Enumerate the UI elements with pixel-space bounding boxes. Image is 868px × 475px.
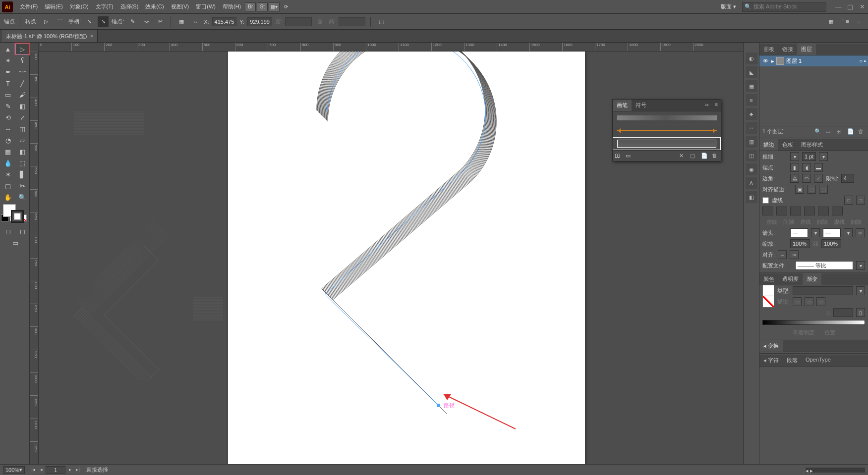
artboard-tool[interactable]: ▢ xyxy=(1,180,15,191)
isolate-icon[interactable]: ⬚ xyxy=(376,16,387,27)
artboard-first[interactable]: |◂ xyxy=(30,466,37,473)
slice-tool[interactable]: ✂ xyxy=(15,180,29,191)
scrollbar-h[interactable]: ◂ ▸ xyxy=(806,468,865,473)
strip-gradient-icon[interactable]: ▥ xyxy=(746,136,757,148)
tab-symbol[interactable]: 符号 xyxy=(632,100,650,111)
artboard-next[interactable]: ▸ xyxy=(66,466,73,473)
width-tool[interactable]: ↔ xyxy=(1,123,15,134)
brush-remove-icon[interactable]: ✕ xyxy=(679,153,686,159)
eyedropper-tool[interactable]: 💧 xyxy=(1,158,15,168)
zoom-field[interactable]: 100% ▾ xyxy=(3,466,25,474)
ruler-origin[interactable] xyxy=(30,43,39,52)
new-layer-icon[interactable]: 📄 xyxy=(847,128,854,135)
eraser-tool[interactable]: ◧ xyxy=(15,101,29,111)
artboard-prev[interactable]: ◂ xyxy=(38,466,45,473)
strip-brushes-icon[interactable]: ≡ xyxy=(746,94,757,106)
tab-layers[interactable]: 图层 xyxy=(797,44,816,55)
strip-appearance-icon[interactable]: ◉ xyxy=(746,163,757,175)
type-tool[interactable]: T xyxy=(1,78,15,89)
strip-graphic-styles-icon[interactable]: A xyxy=(746,177,757,189)
weight-dropdown[interactable]: ▾ xyxy=(819,152,828,161)
tab-brush[interactable]: 画笔 xyxy=(613,100,632,111)
ref-point-icon[interactable]: ▦ xyxy=(176,16,187,27)
arrow-start-dd[interactable]: ▾ xyxy=(811,228,820,237)
ruler-vertical[interactable]: 3003504004505005506006507007508008509009… xyxy=(30,52,39,464)
menu-type[interactable]: 文字(T) xyxy=(93,1,116,12)
corner-miter[interactable]: ⧋ xyxy=(790,174,799,183)
gradient-slider[interactable] xyxy=(762,320,865,325)
brush-lib2-icon[interactable]: ▭ xyxy=(626,153,633,159)
convert-corner-icon[interactable]: ▷ xyxy=(41,16,52,27)
layer-target-icon[interactable]: ○ ▪ xyxy=(859,58,866,64)
cap-projecting[interactable]: ▬ xyxy=(814,163,823,172)
layer-expand-icon[interactable]: ▸ xyxy=(771,58,774,64)
strip-transparency-icon[interactable]: ◫ xyxy=(746,150,757,161)
dashed-checkbox[interactable] xyxy=(762,197,769,204)
cap-butt[interactable]: ▮ xyxy=(790,163,799,172)
perspective-tool[interactable]: ▱ xyxy=(15,135,29,146)
brush-delete-icon[interactable]: 🗑 xyxy=(712,153,719,159)
draw-mode-normal[interactable]: ◻ xyxy=(1,226,15,237)
locate-layer-icon[interactable]: 🔍 xyxy=(814,128,821,135)
arrow-start[interactable]: — xyxy=(790,228,808,237)
brush-new-icon[interactable]: 📄 xyxy=(701,153,708,159)
window-maximize[interactable]: ▢ xyxy=(846,3,854,11)
stock-icon[interactable]: St xyxy=(257,2,268,11)
screen-mode[interactable]: ▭ xyxy=(1,237,29,248)
rectangle-tool[interactable]: ▭ xyxy=(1,89,15,100)
artboard-last[interactable]: ▸| xyxy=(74,466,81,473)
corner-round[interactable]: ◠ xyxy=(802,174,811,183)
strip-layers-icon[interactable]: ◧ xyxy=(746,191,757,203)
layer-name[interactable]: 图层 1 xyxy=(786,57,802,65)
doc-setup-icon[interactable]: ▦ xyxy=(825,16,836,27)
arrow-end[interactable]: — xyxy=(823,228,841,237)
menu-window[interactable]: 窗口(W) xyxy=(193,1,219,12)
menu-effect[interactable]: 效果(C) xyxy=(142,1,167,12)
align-stroke-center[interactable]: ▣ xyxy=(795,185,804,194)
menu-help[interactable]: 帮助(H) xyxy=(220,1,244,12)
panel-collapse-icon[interactable]: ›› xyxy=(702,100,711,111)
remove-anchor-icon[interactable]: ✎ xyxy=(127,16,138,27)
workspace-switcher[interactable]: 版面 ▾ xyxy=(718,1,739,12)
menu-view[interactable]: 视图(V) xyxy=(168,1,192,12)
new-sublayer-icon[interactable]: ⊞ xyxy=(836,128,843,135)
direct-selection-tool[interactable]: ▷ xyxy=(15,44,29,54)
menu-file[interactable]: 文件(F) xyxy=(17,1,41,12)
search-stock-input[interactable]: 🔍 搜索 Adobe Stock xyxy=(742,2,826,12)
window-minimize[interactable]: — xyxy=(834,3,842,11)
tab-links[interactable]: 链接 xyxy=(778,44,797,55)
connect-anchor-icon[interactable]: ⫘ xyxy=(141,16,152,27)
document-tab[interactable]: 未标题-1.ai* @ 100% (RGB/预览) × xyxy=(2,30,98,42)
tab-stroke[interactable]: 描边 xyxy=(759,139,778,151)
visibility-toggle-icon[interactable]: 👁 xyxy=(761,58,769,64)
selection-tool[interactable]: ▲ xyxy=(1,44,15,54)
bridge-icon[interactable]: Br xyxy=(245,2,256,11)
scale-tool[interactable]: ⤢ xyxy=(15,112,29,123)
pen-tool[interactable]: ✒ xyxy=(1,66,15,77)
artboard-num-field[interactable]: 1 xyxy=(46,466,65,474)
x-field[interactable]: 415.475 xyxy=(212,17,237,26)
delete-layer-icon[interactable]: 🗑 xyxy=(858,128,865,135)
tab-opentype[interactable]: OpenType xyxy=(802,355,835,366)
tab-swatches[interactable]: 色板 xyxy=(778,139,797,151)
gradient-type-caret[interactable]: ▾ xyxy=(856,286,865,295)
link-xy-icon[interactable]: ↔ xyxy=(190,16,201,27)
menu-select[interactable]: 选择(S) xyxy=(117,1,142,12)
gradient-fill-swatch[interactable] xyxy=(762,285,774,297)
make-clip-icon[interactable]: ▭ xyxy=(825,128,832,135)
mesh-tool[interactable]: ▦ xyxy=(1,146,15,157)
brush-item-2[interactable] xyxy=(613,124,721,137)
blend-tool[interactable]: ⬚ xyxy=(15,158,29,168)
brush-options-icon[interactable]: ▢ xyxy=(690,153,697,159)
y-field[interactable]: 929.199 xyxy=(247,17,272,26)
panel-menu-icon[interactable]: ≡ xyxy=(712,100,721,111)
strip-color-icon[interactable]: ◐ xyxy=(746,53,757,64)
draw-mode-behind[interactable]: ◻ xyxy=(15,226,29,237)
lasso-tool[interactable]: ʕ xyxy=(15,55,29,66)
tab-paragraph[interactable]: 段落 xyxy=(783,355,802,366)
document-tab-close[interactable]: × xyxy=(90,33,93,40)
brush-item-3[interactable] xyxy=(613,137,721,150)
fill-stroke-swatch[interactable] xyxy=(1,203,29,225)
shape-builder-tool[interactable]: ◔ xyxy=(1,135,15,146)
weight-decrease[interactable]: ▾ xyxy=(790,152,799,161)
